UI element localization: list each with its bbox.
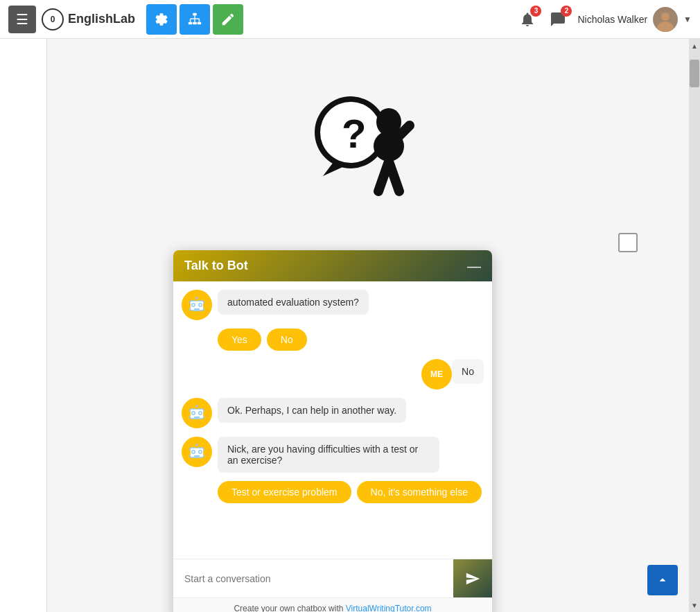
svg-point-52: [195, 444, 198, 446]
svg-rect-54: [203, 451, 205, 455]
svg-marker-16: [323, 162, 347, 176]
svg-point-27: [200, 304, 202, 306]
nav-settings-button[interactable]: [146, 4, 177, 35]
bot-message-row-3: Nick, are you having difficulties with a…: [182, 437, 484, 473]
user-message-row: No ME: [182, 359, 484, 390]
hamburger-icon: ☰: [16, 11, 28, 28]
chat-messages[interactable]: automated evaluation system? Yes No No M…: [173, 281, 492, 559]
svg-point-48: [193, 451, 195, 453]
chat-widget: Talk to Bot —: [173, 250, 492, 612]
svg-point-41: [195, 405, 198, 408]
svg-rect-42: [189, 412, 191, 416]
nav-org-button[interactable]: [180, 4, 210, 35]
scrollbar-thumb[interactable]: [690, 60, 699, 87]
bot-message-text-3: Nick, are you having difficulties with a…: [227, 444, 418, 466]
right-scrollbar: ▲ ▼: [689, 39, 700, 612]
send-button[interactable]: [453, 559, 492, 597]
bot-message-row-2: Ok. Perhaps, I can help in another way.: [182, 398, 484, 428]
user-name: Nicholas Walker: [577, 14, 647, 25]
footer-text: Create your own chatbox with: [234, 604, 345, 612]
bot-icon-3: [184, 439, 209, 464]
minimize-button[interactable]: —: [467, 259, 481, 273]
bot-message-bubble: automated evaluation system?: [218, 290, 369, 315]
svg-point-49: [200, 451, 202, 453]
bot-avatar-2: [182, 398, 212, 428]
chat-title: Talk to Bot: [184, 259, 248, 273]
bot-message-bubble-3: Nick, are you having difficulties with a…: [218, 437, 439, 473]
settings-icon: [154, 12, 169, 27]
checkbox[interactable]: [618, 233, 638, 252]
svg-point-11: [661, 12, 670, 21]
logo-icon: 0: [42, 8, 64, 30]
svg-point-30: [195, 297, 198, 299]
svg-rect-53: [189, 451, 191, 455]
send-icon: [465, 571, 480, 586]
arrow-up-icon: [655, 572, 670, 588]
navbar: ☰ 0 EnglishLab: [0, 0, 700, 39]
left-sidebar: [0, 39, 47, 612]
scroll-up-arrow[interactable]: ▲: [689, 39, 700, 53]
dropdown-arrow[interactable]: ▼: [683, 15, 692, 24]
avatar: [653, 7, 678, 32]
bot-avatar-3: [182, 437, 212, 467]
svg-rect-39: [194, 417, 200, 418]
bot-icon-2: [184, 401, 209, 426]
logo: 0 EnglishLab: [42, 8, 135, 30]
hamburger-button[interactable]: ☰: [8, 6, 36, 33]
svg-point-37: [193, 412, 195, 414]
footer-link[interactable]: VirtualWritingTutor.com: [346, 604, 432, 612]
svg-line-21: [389, 161, 399, 191]
svg-point-26: [193, 304, 195, 306]
svg-rect-1: [193, 12, 197, 15]
quick-replies-row: Yes No: [218, 329, 484, 351]
svg-rect-2: [189, 21, 193, 24]
svg-rect-50: [194, 455, 200, 457]
svg-rect-32: [203, 304, 205, 308]
quick-reply-no[interactable]: No: [267, 329, 307, 351]
nav-right: 3 2 Nicholas Walker ▼: [516, 7, 692, 32]
svg-rect-31: [189, 304, 191, 308]
quick-reply-yes[interactable]: Yes: [218, 329, 261, 351]
quick-reply-other[interactable]: No, it's something else: [357, 481, 482, 503]
chat-footer: Create your own chatbox with VirtualWrit…: [173, 597, 492, 612]
hero-icon: ?: [299, 80, 437, 219]
org-icon: [187, 12, 202, 27]
main-content: ▲ ▼ ?: [0, 39, 700, 612]
message-row: automated evaluation system?: [182, 290, 484, 320]
svg-text:?: ?: [342, 111, 366, 156]
chat-notification[interactable]: 2: [547, 8, 569, 30]
chat-badge: 2: [561, 6, 572, 17]
chat-input[interactable]: [173, 559, 453, 597]
quick-reply-test[interactable]: Test or exercise problem: [218, 481, 351, 503]
scrollbar-track: [689, 53, 700, 598]
user-message-text: No: [462, 366, 474, 377]
logo-text: EnglishLab: [68, 12, 135, 26]
bot-icon: [184, 292, 209, 317]
chat-header: Talk to Bot —: [173, 250, 492, 281]
edit-icon: [220, 12, 236, 27]
bot-message-text-2: Ok. Perhaps, I can help in another way.: [227, 405, 396, 416]
svg-point-38: [200, 412, 202, 414]
scroll-top-button[interactable]: [647, 565, 678, 595]
chat-input-area: [173, 559, 492, 597]
nav-edit-button[interactable]: [213, 4, 243, 35]
bell-notification[interactable]: 3: [516, 8, 539, 30]
user-avatar: ME: [421, 359, 452, 390]
svg-rect-4: [198, 21, 202, 24]
quick-replies-row-2: Test or exercise problem No, it's someth…: [218, 481, 484, 503]
question-person-icon: ?: [299, 80, 437, 219]
svg-rect-3: [193, 21, 197, 24]
bot-message-text: automated evaluation system?: [227, 297, 359, 308]
scroll-down-arrow[interactable]: ▼: [689, 598, 700, 612]
bot-avatar: [182, 290, 212, 320]
svg-rect-28: [194, 308, 200, 310]
svg-rect-43: [203, 412, 205, 416]
bot-message-bubble-2: Ok. Perhaps, I can help in another way.: [218, 398, 406, 423]
user-message-bubble: No: [452, 359, 484, 384]
user-profile[interactable]: Nicholas Walker ▼: [577, 7, 692, 32]
bell-badge: 3: [530, 6, 541, 17]
